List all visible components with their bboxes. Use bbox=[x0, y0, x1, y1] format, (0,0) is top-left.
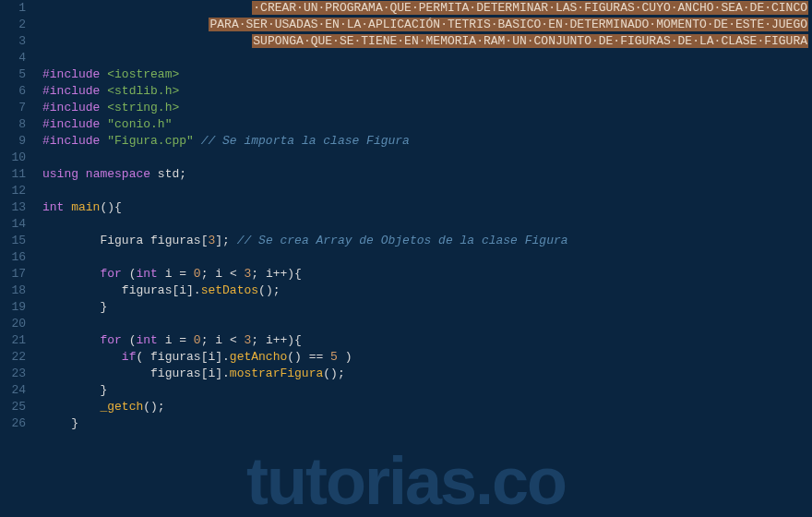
function-name: _getch bbox=[100, 400, 143, 414]
line-number: 15 bbox=[0, 233, 26, 249]
punct: ( bbox=[122, 333, 137, 347]
code-line: figuras[i].setDatos(); bbox=[42, 283, 812, 299]
number-literal: 0 bbox=[194, 267, 201, 281]
code-line: int main(){ bbox=[42, 199, 812, 216]
code-line: figuras[i].mostrarFigura(); bbox=[42, 366, 812, 382]
number-literal: 0 bbox=[194, 333, 201, 347]
punct: ; i < bbox=[201, 267, 245, 281]
code-line: SUPONGA·QUE·SE·TIENE·EN·MEMORIA·RAM·UN·C… bbox=[42, 33, 812, 50]
code-line bbox=[42, 50, 812, 66]
code-line: #include <string.h> bbox=[42, 100, 812, 116]
line-number: 12 bbox=[0, 183, 26, 199]
punct: () == bbox=[287, 350, 330, 364]
punct: (); bbox=[258, 283, 280, 297]
identifier: std; bbox=[150, 167, 186, 181]
code-line: for (int i = 0; i < 3; i++){ bbox=[42, 332, 812, 349]
code-line: } bbox=[42, 382, 812, 399]
line-number: 25 bbox=[0, 399, 26, 415]
code-editor[interactable]: 1 2 3 4 5 6 7 8 9 10 11 12 13 14 15 16 1… bbox=[0, 0, 812, 432]
keyword: namespace bbox=[86, 167, 150, 181]
number-literal: 5 bbox=[330, 350, 338, 364]
punct: ( figuras[i]. bbox=[136, 350, 229, 364]
line-number: 5 bbox=[0, 66, 26, 83]
punct: ( bbox=[122, 267, 137, 281]
preproc-keyword: #include bbox=[42, 67, 100, 81]
keyword: using bbox=[42, 167, 78, 181]
code-line: using namespace std; bbox=[42, 166, 812, 183]
line-number: 24 bbox=[0, 382, 26, 399]
line-number: 14 bbox=[0, 216, 26, 233]
line-number: 17 bbox=[0, 266, 26, 283]
punct: ) bbox=[338, 350, 352, 364]
punct: i = bbox=[158, 333, 194, 347]
code-content[interactable]: ·CREAR·UN·PROGRAMA·QUE·PERMITA·DETERMINA… bbox=[35, 0, 812, 432]
identifier: figuras[ bbox=[150, 234, 208, 247]
keyword: if bbox=[122, 350, 137, 364]
punct: } bbox=[100, 300, 107, 314]
line-number: 7 bbox=[0, 100, 26, 116]
code-line bbox=[42, 150, 812, 166]
punct: (); bbox=[323, 367, 344, 380]
line-number: 8 bbox=[0, 116, 26, 133]
line-number: 9 bbox=[0, 133, 26, 150]
line-number: 11 bbox=[0, 166, 26, 183]
code-line bbox=[42, 216, 812, 233]
code-line bbox=[42, 249, 812, 266]
line-number: 26 bbox=[0, 415, 26, 432]
line-comment: // Se crea Array de Objetos de la clase … bbox=[230, 234, 568, 247]
line-number: 4 bbox=[0, 50, 26, 66]
line-number-gutter: 1 2 3 4 5 6 7 8 9 10 11 12 13 14 15 16 1… bbox=[0, 0, 35, 432]
preproc-keyword: #include bbox=[42, 134, 100, 148]
line-number: 20 bbox=[0, 316, 26, 332]
punct: } bbox=[71, 416, 78, 430]
keyword: for bbox=[100, 267, 121, 281]
code-line: #include "Figura.cpp" // Se importa la c… bbox=[42, 133, 812, 150]
include-header: <iostream> bbox=[107, 67, 179, 81]
type-keyword: int bbox=[136, 333, 157, 347]
line-comment: // Se importa la clase Figura bbox=[194, 134, 410, 148]
function-name: main bbox=[64, 200, 100, 214]
code-line: if( figuras[i].getAncho() == 5 ) bbox=[42, 349, 812, 366]
method-name: getAncho bbox=[230, 350, 287, 364]
code-line: } bbox=[42, 415, 812, 432]
code-line: } bbox=[42, 299, 812, 316]
type-keyword: int bbox=[42, 200, 64, 214]
code-line: #include <iostream> bbox=[42, 66, 812, 83]
code-line: _getch(); bbox=[42, 399, 812, 415]
code-line: #include <stdlib.h> bbox=[42, 83, 812, 100]
line-number: 6 bbox=[0, 83, 26, 100]
line-number: 21 bbox=[0, 332, 26, 349]
line-number: 22 bbox=[0, 349, 26, 366]
comment-highlight: PARA·SER·USADAS·EN·LA·APLICACIÓN·TETRIS·… bbox=[209, 18, 808, 31]
code-line: PARA·SER·USADAS·EN·LA·APLICACIÓN·TETRIS·… bbox=[42, 17, 812, 33]
line-number: 23 bbox=[0, 366, 26, 382]
line-number: 3 bbox=[0, 33, 26, 50]
line-number: 10 bbox=[0, 150, 26, 166]
include-header: "Figura.cpp" bbox=[107, 134, 194, 148]
punct: i = bbox=[158, 267, 194, 281]
punct: } bbox=[100, 383, 107, 397]
punct: (); bbox=[143, 400, 164, 414]
punct: ; i++){ bbox=[251, 267, 302, 281]
code-line bbox=[42, 183, 812, 199]
include-header: "conio.h" bbox=[107, 117, 172, 131]
line-number: 18 bbox=[0, 283, 26, 299]
comment-highlight: SUPONGA·QUE·SE·TIENE·EN·MEMORIA·RAM·UN·C… bbox=[252, 34, 808, 48]
preproc-keyword: #include bbox=[42, 101, 100, 114]
line-number: 2 bbox=[0, 17, 26, 33]
comment-highlight: ·CREAR·UN·PROGRAMA·QUE·PERMITA·DETERMINA… bbox=[252, 1, 808, 15]
include-header: <stdlib.h> bbox=[107, 84, 179, 98]
method-name: mostrarFigura bbox=[230, 367, 323, 380]
keyword: for bbox=[100, 333, 121, 347]
include-header: <string.h> bbox=[107, 101, 179, 114]
identifier: figuras[i]. bbox=[150, 367, 230, 380]
punct: (){ bbox=[100, 200, 121, 214]
code-line: #include "conio.h" bbox=[42, 116, 812, 133]
line-number: 19 bbox=[0, 299, 26, 316]
preproc-keyword: #include bbox=[42, 117, 100, 131]
punct: ]; bbox=[215, 234, 230, 247]
watermark-text: tutorias.co bbox=[0, 473, 812, 489]
identifier: figuras[i]. bbox=[122, 283, 201, 297]
line-number: 16 bbox=[0, 249, 26, 266]
line-number: 13 bbox=[0, 199, 26, 216]
